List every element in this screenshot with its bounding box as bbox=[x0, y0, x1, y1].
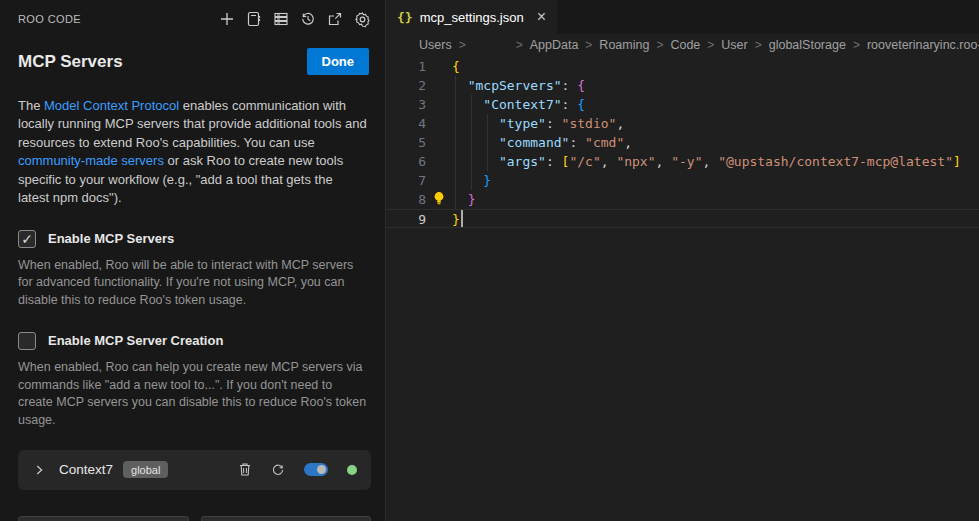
checkmark-icon: ✓ bbox=[21, 232, 33, 246]
chevron-right-icon[interactable] bbox=[32, 463, 46, 477]
server-status-dot bbox=[347, 465, 357, 475]
enable-mcp-creation-label: Enable MCP Server Creation bbox=[48, 333, 223, 348]
mcp-server-stack-icon[interactable] bbox=[273, 11, 289, 27]
enable-mcp-servers-checkbox[interactable]: ✓ bbox=[18, 230, 36, 248]
server-name: Context7 bbox=[59, 462, 113, 477]
line-number: 3 bbox=[386, 95, 426, 114]
tab-filename: mcp_settings.json bbox=[420, 10, 524, 25]
code-line[interactable]: 5 "command": "cmd", bbox=[386, 133, 979, 152]
json-file-icon: {} bbox=[397, 10, 413, 25]
code-line-text: "mcpServers": { bbox=[452, 76, 585, 95]
breadcrumb-separator: > bbox=[755, 38, 762, 52]
enable-mcp-creation-row: ✓ Enable MCP Server Creation bbox=[0, 310, 385, 350]
code-line[interactable]: 1{ bbox=[386, 57, 979, 76]
line-number: 8 bbox=[386, 190, 426, 209]
tab-bar: {} mcp_settings.json × bbox=[386, 0, 979, 34]
intro-text: The Model Context Protocol enables commu… bbox=[0, 75, 385, 208]
panel-header: ROO CODE bbox=[0, 0, 385, 28]
code-line[interactable]: 4 "type": "stdio", bbox=[386, 114, 979, 133]
line-number: 7 bbox=[386, 171, 426, 190]
code-line[interactable]: 8 } bbox=[386, 190, 979, 209]
code-line-text: } bbox=[452, 210, 460, 227]
tab-mcp-settings-json[interactable]: {} mcp_settings.json × bbox=[386, 0, 557, 34]
editor-group: {} mcp_settings.json × Users>>AppData>Ro… bbox=[386, 0, 979, 521]
line-number: 6 bbox=[386, 152, 426, 171]
code-line-text: "args": ["/c", "npx", "-y", "@upstash/co… bbox=[452, 152, 961, 171]
code-line-text: "Context7": { bbox=[452, 95, 585, 114]
code-editor[interactable]: 1{2 "mcpServers": {3 "Context7": {4 "typ… bbox=[386, 56, 979, 521]
lightbulb-icon[interactable] bbox=[433, 191, 445, 211]
line-number: 9 bbox=[386, 210, 426, 227]
tab-close-icon[interactable]: × bbox=[537, 9, 546, 25]
history-icon[interactable] bbox=[300, 11, 316, 27]
trash-icon[interactable] bbox=[238, 462, 252, 477]
code-lines: 1{2 "mcpServers": {3 "Context7": {4 "typ… bbox=[386, 57, 979, 228]
code-line-text: { bbox=[452, 57, 460, 76]
breadcrumb-item[interactable]: User bbox=[721, 38, 747, 52]
breadcrumb-separator: > bbox=[459, 38, 466, 52]
code-line-text: } bbox=[452, 190, 475, 209]
edit-global-mcp-button[interactable]: ✎ Edit Global MCP bbox=[18, 516, 189, 521]
enable-mcp-servers-row: ✓ Enable MCP Servers bbox=[0, 208, 385, 248]
code-line-text: } bbox=[452, 171, 491, 190]
text-cursor bbox=[461, 210, 463, 227]
breadcrumb-separator: > bbox=[516, 38, 523, 52]
done-button[interactable]: Done bbox=[307, 48, 370, 75]
settings-gear-icon[interactable] bbox=[354, 11, 371, 28]
code-line[interactable]: 2 "mcpServers": { bbox=[386, 76, 979, 95]
app-window: ROO CODE bbox=[0, 0, 979, 521]
intro-pre: The bbox=[18, 98, 44, 113]
breadcrumb-item[interactable]: Users bbox=[419, 38, 452, 52]
enable-mcp-servers-description: When enabled, Roo will be able to intera… bbox=[0, 248, 385, 310]
breadcrumb-separator: > bbox=[585, 38, 592, 52]
page-title: MCP Servers bbox=[18, 52, 123, 72]
notebook-icon[interactable] bbox=[246, 11, 262, 27]
breadcrumb-item[interactable]: Roaming bbox=[599, 38, 649, 52]
open-external-icon[interactable] bbox=[327, 11, 343, 27]
code-line[interactable]: 6 "args": ["/c", "npx", "-y", "@upstash/… bbox=[386, 152, 979, 171]
breadcrumb[interactable]: Users>>AppData>Roaming>Code>User>globalS… bbox=[386, 34, 979, 56]
code-line-text: "type": "stdio", bbox=[452, 114, 624, 133]
enable-mcp-creation-checkbox[interactable]: ✓ bbox=[18, 332, 36, 350]
breadcrumb-item[interactable]: AppData bbox=[530, 38, 579, 52]
breadcrumb-separator: > bbox=[656, 38, 663, 52]
page-head: MCP Servers Done bbox=[0, 28, 385, 75]
edit-project-mcp-button[interactable]: ✎ Edit Project MCP bbox=[201, 516, 372, 521]
line-number: 5 bbox=[386, 133, 426, 152]
mcp-server-row[interactable]: Context7 global bbox=[18, 450, 371, 490]
refresh-icon[interactable] bbox=[271, 463, 285, 477]
breadcrumb-separator: > bbox=[707, 38, 714, 52]
toggle-knob bbox=[317, 465, 326, 474]
roo-code-panel: ROO CODE bbox=[0, 0, 386, 521]
breadcrumb-item[interactable]: rooveterinaryinc.roo-cli bbox=[867, 38, 979, 52]
panel-header-icons bbox=[219, 11, 371, 28]
enable-mcp-servers-label: Enable MCP Servers bbox=[48, 231, 174, 246]
code-line[interactable]: 7 } bbox=[386, 171, 979, 190]
line-number: 2 bbox=[386, 76, 426, 95]
line-number: 4 bbox=[386, 114, 426, 133]
breadcrumb-item[interactable]: Code bbox=[670, 38, 700, 52]
code-line[interactable]: 3 "Context7": { bbox=[386, 95, 979, 114]
edit-buttons-row: ✎ Edit Global MCP ✎ Edit Project MCP bbox=[18, 516, 371, 521]
plus-icon[interactable] bbox=[219, 11, 235, 27]
server-row-controls bbox=[238, 462, 357, 477]
model-context-protocol-link[interactable]: Model Context Protocol bbox=[44, 98, 179, 113]
code-line-text: "command": "cmd", bbox=[452, 133, 632, 152]
breadcrumb-separator: > bbox=[853, 38, 860, 52]
panel-title: ROO CODE bbox=[18, 13, 81, 25]
code-line[interactable]: 9} bbox=[386, 209, 979, 228]
community-made-servers-link[interactable]: community-made servers bbox=[18, 153, 164, 168]
enable-mcp-creation-description: When enabled, Roo can help you create ne… bbox=[0, 350, 385, 430]
breadcrumb-item[interactable]: globalStorage bbox=[769, 38, 846, 52]
server-scope-badge: global bbox=[123, 461, 168, 478]
line-number: 1 bbox=[386, 57, 426, 76]
server-enabled-toggle[interactable] bbox=[304, 463, 328, 476]
